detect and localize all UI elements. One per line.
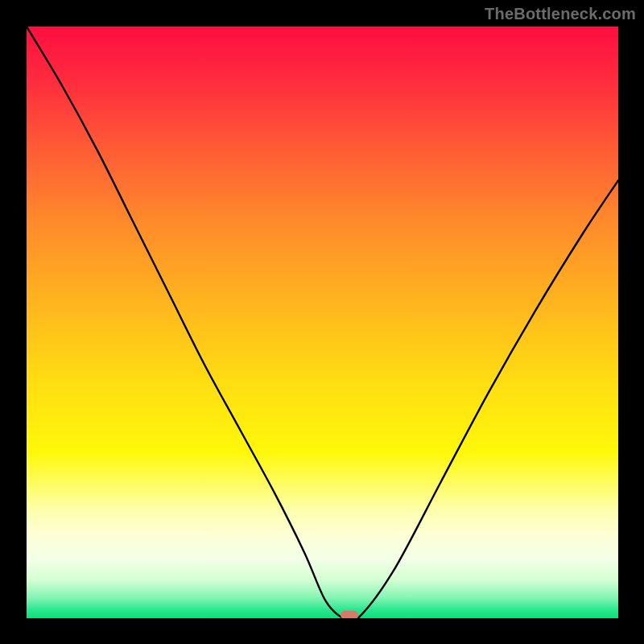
target-marker <box>341 611 358 618</box>
chart-background-gradient <box>27 27 618 618</box>
watermark-text: TheBottleneck.com <box>485 5 636 23</box>
svg-rect-0 <box>27 27 618 618</box>
plot-area <box>27 27 618 618</box>
chart-frame: TheBottleneck.com <box>0 0 644 644</box>
